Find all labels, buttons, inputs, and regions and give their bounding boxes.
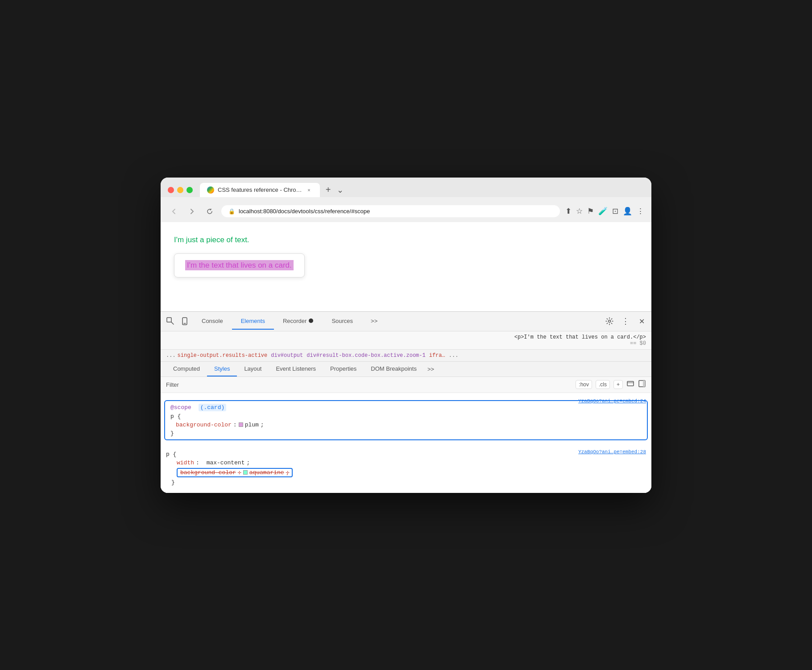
css-property-name-1: background-color <box>176 422 232 428</box>
css-rule-box-highlighted: @scope (.card) p { background-color : pl… <box>164 400 648 440</box>
css-inner-selector-line: p { <box>165 412 647 421</box>
subtab-styles[interactable]: Styles <box>207 362 237 376</box>
maximize-button[interactable] <box>186 187 193 193</box>
css-rule-source-1[interactable]: YzaBqOo?ani…pe=embed:24 <box>578 398 646 404</box>
tab-elements[interactable]: Elements <box>232 313 274 330</box>
devtools-toolbar: Console Elements Recorder Sources >> ⋮ ✕ <box>161 312 651 331</box>
css-property-value-1: plum <box>245 422 259 428</box>
css-property-line-1: background-color : plum ; <box>165 421 647 429</box>
new-style-rule-icon[interactable] <box>626 380 634 390</box>
tab-menu-button[interactable]: ⌄ <box>337 185 344 195</box>
tab-more[interactable]: >> <box>362 313 386 330</box>
svg-rect-7 <box>643 380 645 387</box>
settings-icon[interactable] <box>603 315 616 327</box>
add-style-button[interactable]: + <box>613 380 623 389</box>
share-icon[interactable]: ⬆ <box>565 207 572 216</box>
inspector-tool-button[interactable] <box>164 315 177 327</box>
subtab-event-listeners[interactable]: Event Listeners <box>269 362 323 376</box>
forward-button[interactable] <box>186 205 198 218</box>
close-devtools-icon[interactable]: ✕ <box>635 315 648 327</box>
tab-sources[interactable]: Sources <box>323 313 362 330</box>
css-width-value: max-content <box>207 459 245 466</box>
toggle-sidebar-icon[interactable] <box>638 380 646 390</box>
tab-close-button[interactable]: × <box>306 186 313 194</box>
hov-button[interactable]: :hov <box>576 380 592 389</box>
page-content: I'm just a piece of text. I'm the text t… <box>161 222 651 311</box>
cls-button[interactable]: .cls <box>596 380 610 389</box>
breadcrumb-more[interactable]: ... <box>449 352 459 359</box>
devtools-tabs: Console Elements Recorder Sources >> <box>193 313 601 330</box>
traffic-lights <box>168 187 193 193</box>
svg-point-3 <box>309 318 313 323</box>
css-p-selector-line-2: p { <box>166 450 646 459</box>
breadcrumb-item-2[interactable]: div#output <box>271 352 303 359</box>
browser-toolbar-icons: ⬆ ☆ ⚑ 🧪 ⊡ 👤 ⋮ <box>565 207 644 216</box>
lab-icon[interactable]: 🧪 <box>598 207 608 216</box>
aquamarine-color-swatch[interactable] <box>243 470 248 475</box>
tab-title: CSS features reference - Chro… <box>218 186 302 193</box>
css-at-scope-line: @scope (.card) <box>165 403 647 412</box>
cast-icon[interactable]: ⊡ <box>612 207 618 216</box>
menu-icon[interactable]: ⋮ <box>637 207 644 216</box>
css-at-rule-keyword: @scope <box>170 404 191 411</box>
extensions-icon[interactable]: ⚑ <box>587 207 594 216</box>
address-text: localhost:8080/docs/devtools/css/referen… <box>239 208 553 215</box>
bookmark-icon[interactable]: ☆ <box>576 207 583 216</box>
tabs-row: CSS features reference - Chro… × + ⌄ <box>200 183 344 197</box>
refresh-button[interactable] <box>203 205 216 218</box>
subtab-computed[interactable]: Computed <box>166 362 207 376</box>
subtab-dom-breakpoints[interactable]: DOM Breakpoints <box>364 362 424 376</box>
demo-plain-text: I'm just a piece of text. <box>174 236 249 244</box>
demo-card-text: I'm the text that lives on a card. <box>185 260 294 270</box>
breadcrumb-item-3[interactable]: div#result-box.code-box.active.zoom-1 <box>307 352 425 359</box>
css-rule-p: YzaBqOo?ani…pe=embed:28 p { width : max-… <box>161 447 651 489</box>
styles-subtabs: Computed Styles Layout Event Listeners P… <box>161 362 651 377</box>
filter-label: Filter <box>166 381 179 388</box>
subtab-properties[interactable]: Properties <box>323 362 364 376</box>
breadcrumb-item-1[interactable]: single-output.results-active <box>178 352 268 359</box>
breadcrumb-item-4[interactable]: ifra… <box>429 352 445 359</box>
active-tab[interactable]: CSS features reference - Chro… × <box>200 183 320 197</box>
demo-card: I'm the text that lives on a card. <box>174 253 305 277</box>
css-property-width: width <box>177 459 194 466</box>
dom-breadcrumb: ... single-output.results-active div#out… <box>161 350 651 362</box>
more-options-icon[interactable]: ⋮ <box>619 315 632 327</box>
selected-element-code: <p>I'm the text that lives on a card.</p… <box>514 334 646 340</box>
css-p-selector: p { <box>170 413 181 420</box>
plum-color-swatch[interactable] <box>239 422 243 427</box>
demo-plain-paragraph: I'm just a piece of text. <box>174 236 638 244</box>
back-button[interactable] <box>168 205 180 218</box>
elements-breadcrumb: <p>I'm the text that lives on a card.</p… <box>161 331 651 350</box>
css-rule-scope: YzaBqOo?ani…pe=embed:24 @scope (.card) p… <box>161 397 651 444</box>
css-overridden-value: aquamarine <box>249 469 284 476</box>
title-bar: CSS features reference - Chro… × + ⌄ <box>161 178 651 197</box>
device-toolbar-button[interactable] <box>178 315 191 327</box>
subtab-more[interactable]: >> <box>424 362 438 376</box>
css-scope-arg: (.card) <box>199 404 227 411</box>
css-overridden-property-name: background-color <box>180 469 236 476</box>
close-button[interactable] <box>168 187 174 193</box>
css-rule-p-content: p { width : max-content ; background-col… <box>161 449 651 488</box>
css-p-selector-2: p { <box>166 451 176 458</box>
css-rule-source-2[interactable]: YzaBqOo?ani…pe=embed:28 <box>578 449 646 455</box>
profile-icon[interactable]: 👤 <box>623 207 632 216</box>
minimize-button[interactable] <box>177 187 183 193</box>
svg-point-4 <box>609 320 611 323</box>
breadcrumb-ellipsis: ... <box>166 352 176 359</box>
element-ref-code: == $0 <box>630 340 646 347</box>
title-bar-top: CSS features reference - Chro… × + ⌄ <box>168 183 644 197</box>
overridden-property-highlight: background-color : aquamarine ; <box>177 468 293 477</box>
new-tab-button[interactable]: + <box>322 183 335 197</box>
devtools-right-icons: ⋮ ✕ <box>603 315 648 327</box>
styles-filter-bar: Filter :hov .cls + <box>161 377 651 393</box>
css-property-width-line: width : max-content ; <box>166 459 646 467</box>
address-bar: 🔒 localhost:8080/docs/devtools/css/refer… <box>161 202 651 222</box>
tab-console[interactable]: Console <box>193 313 232 330</box>
svg-rect-0 <box>167 318 171 322</box>
chrome-icon <box>207 186 214 194</box>
tab-recorder[interactable]: Recorder <box>274 313 323 330</box>
filter-input-wrapper: Filter <box>166 381 572 388</box>
address-input[interactable]: 🔒 localhost:8080/docs/devtools/css/refer… <box>221 205 560 217</box>
subtab-layout[interactable]: Layout <box>237 362 269 376</box>
filter-right-controls: :hov .cls + <box>576 380 646 390</box>
